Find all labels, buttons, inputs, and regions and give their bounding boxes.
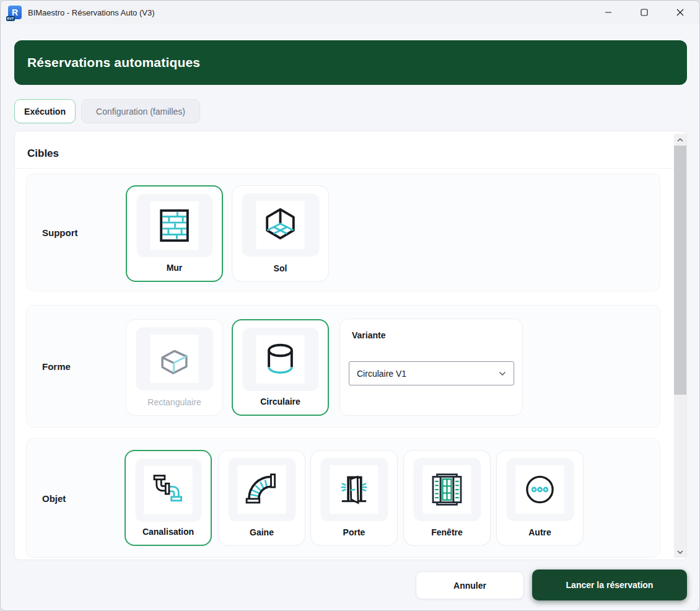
row-label-support: Support — [42, 227, 78, 238]
scrollbar-thumb[interactable] — [674, 146, 686, 395]
tab-label: Configuration (familles) — [96, 107, 185, 116]
icon-well — [242, 193, 319, 257]
circle-dots-icon — [522, 471, 559, 508]
variante-label: Variante — [352, 330, 385, 340]
icon-well — [136, 194, 212, 257]
close-button[interactable] — [662, 1, 698, 24]
tab-execution[interactable]: Exécution — [14, 99, 76, 123]
row-objet: Objet Canalis — [26, 438, 660, 558]
section-title: Cibles — [27, 147, 59, 160]
card-label-fenetre: Fenêtre — [404, 527, 490, 537]
card-label-mur: Mur — [127, 263, 222, 273]
tab-configuration-familles[interactable]: Configuration (familles) — [81, 99, 200, 123]
app-icon-badge: RVT — [6, 16, 15, 21]
maximize-button[interactable] — [626, 1, 662, 24]
floor-cube-icon — [261, 206, 300, 244]
minimize-icon — [605, 9, 612, 16]
revit-app-icon: R RVT — [8, 6, 22, 19]
card-label-rectangulaire: Rectangulaire — [126, 397, 222, 407]
title-bar: R RVT BIMaestro - Réservations Auto (V3) — [1, 1, 699, 24]
card-label-porte: Porte — [311, 527, 397, 537]
page-title: Réservations automatiques — [27, 55, 200, 70]
icon-well — [320, 458, 388, 521]
launch-reservation-button[interactable]: Lancer la réservation — [532, 569, 687, 600]
page-header: Réservations automatiques — [14, 40, 687, 85]
duct-elbow-icon — [243, 471, 281, 508]
row-label-forme: Forme — [42, 361, 71, 372]
brick-wall-icon — [155, 206, 194, 245]
card-mur[interactable]: Mur — [126, 185, 223, 282]
icon-well — [136, 327, 213, 390]
card-circulaire[interactable]: Circulaire — [232, 319, 329, 416]
variante-panel: Variante Circulaire V1 — [339, 319, 523, 416]
row-label-objet: Objet — [42, 493, 66, 503]
application-window: R RVT BIMaestro - Réservations Auto (V3)… — [0, 0, 700, 611]
scroll-down-icon[interactable] — [674, 547, 686, 557]
window-controls — [590, 1, 698, 24]
card-autre[interactable]: Autre — [496, 450, 584, 546]
cancel-button-label: Annuler — [453, 581, 486, 591]
icon-well — [228, 458, 295, 521]
tab-label: Exécution — [24, 107, 66, 116]
card-label-autre: Autre — [497, 527, 583, 537]
chevron-down-icon — [499, 371, 506, 376]
card-canalisation[interactable]: Canalisation — [125, 450, 212, 546]
card-label-circulaire: Circulaire — [233, 397, 328, 407]
row-support: Support — [26, 174, 660, 291]
box-3d-icon — [155, 340, 194, 378]
maximize-icon — [641, 9, 648, 16]
variante-select[interactable]: Circulaire V1 — [349, 361, 514, 385]
card-porte[interactable]: Porte — [310, 450, 398, 546]
card-fenetre[interactable]: Fenêtre — [403, 450, 491, 546]
divider — [15, 168, 686, 169]
launch-reservation-label: Lancer la réservation — [566, 580, 654, 590]
cancel-button[interactable]: Annuler — [416, 571, 524, 599]
card-rectangulaire: Rectangulaire — [126, 319, 223, 416]
window-icon — [429, 471, 466, 508]
card-sol[interactable]: Sol — [232, 185, 329, 282]
cibles-panel: Cibles Support — [14, 131, 687, 560]
open-door-icon — [336, 471, 373, 508]
window-title: BIMaestro - Réservations Auto (V3) — [28, 1, 154, 24]
pipe-elbow-icon — [150, 472, 187, 509]
panel-scrollbar[interactable] — [674, 134, 686, 558]
card-gaine[interactable]: Gaine — [218, 450, 305, 546]
row-forme: Forme — [26, 305, 660, 428]
card-label-sol: Sol — [232, 263, 328, 273]
icon-well — [135, 459, 201, 522]
icon-well — [506, 458, 574, 521]
cylinder-icon — [261, 340, 300, 379]
card-label-gaine: Gaine — [219, 527, 305, 537]
variante-selected-value: Circulaire V1 — [357, 369, 406, 379]
icon-well — [242, 328, 318, 391]
scroll-up-icon[interactable] — [674, 134, 686, 145]
icon-well — [413, 458, 481, 521]
close-icon — [676, 9, 684, 16]
card-label-canalisation: Canalisation — [126, 527, 211, 537]
minimize-button[interactable] — [590, 1, 626, 24]
